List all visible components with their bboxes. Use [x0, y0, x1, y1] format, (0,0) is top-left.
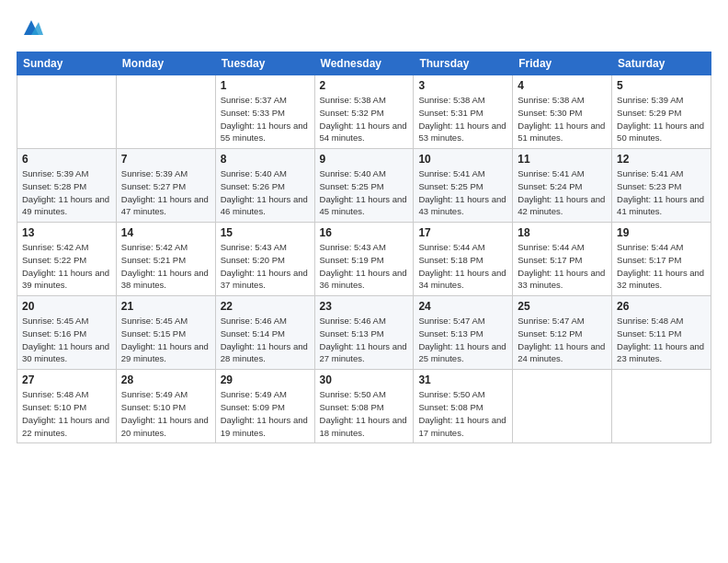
calendar-cell: 2Sunrise: 5:38 AM Sunset: 5:32 PM Daylig… — [314, 75, 414, 149]
calendar-week-row: 13Sunrise: 5:42 AM Sunset: 5:22 PM Dayli… — [17, 223, 711, 296]
calendar-cell: 22Sunrise: 5:46 AM Sunset: 5:14 PM Dayli… — [215, 296, 314, 370]
calendar-table: SundayMondayTuesdayWednesdayThursdayFrid… — [17, 52, 711, 443]
calendar-cell: 14Sunrise: 5:42 AM Sunset: 5:21 PM Dayli… — [116, 223, 215, 296]
calendar-cell: 1Sunrise: 5:37 AM Sunset: 5:33 PM Daylig… — [215, 75, 314, 149]
cell-info: Sunrise: 5:49 AM Sunset: 5:10 PM Dayligh… — [121, 388, 210, 439]
calendar-cell: 11Sunrise: 5:41 AM Sunset: 5:24 PM Dayli… — [513, 149, 612, 223]
calendar-cell: 26Sunrise: 5:48 AM Sunset: 5:11 PM Dayli… — [612, 296, 711, 370]
day-number: 10 — [418, 153, 507, 166]
calendar-week-row: 1Sunrise: 5:37 AM Sunset: 5:33 PM Daylig… — [17, 75, 711, 149]
day-number: 11 — [518, 153, 607, 166]
day-number: 13 — [22, 226, 111, 239]
calendar-cell: 16Sunrise: 5:43 AM Sunset: 5:19 PM Dayli… — [314, 223, 414, 296]
calendar-cell: 29Sunrise: 5:49 AM Sunset: 5:09 PM Dayli… — [215, 370, 314, 443]
calendar-week-row: 20Sunrise: 5:45 AM Sunset: 5:16 PM Dayli… — [17, 296, 711, 370]
calendar-cell: 6Sunrise: 5:39 AM Sunset: 5:28 PM Daylig… — [17, 149, 117, 223]
calendar-cell — [17, 75, 117, 149]
calendar-header-friday: Friday — [513, 52, 612, 75]
day-number: 16 — [320, 226, 409, 239]
cell-info: Sunrise: 5:41 AM Sunset: 5:25 PM Dayligh… — [418, 167, 507, 218]
day-number: 29 — [221, 373, 310, 386]
cell-info: Sunrise: 5:38 AM Sunset: 5:31 PM Dayligh… — [418, 94, 507, 144]
calendar-cell: 18Sunrise: 5:44 AM Sunset: 5:17 PM Dayli… — [513, 223, 612, 296]
day-number: 20 — [22, 300, 111, 313]
cell-info: Sunrise: 5:40 AM Sunset: 5:25 PM Dayligh… — [320, 167, 409, 218]
day-number: 30 — [320, 373, 409, 386]
calendar-cell: 24Sunrise: 5:47 AM Sunset: 5:13 PM Dayli… — [414, 296, 513, 370]
calendar-cell: 19Sunrise: 5:44 AM Sunset: 5:17 PM Dayli… — [612, 223, 711, 296]
calendar-cell: 31Sunrise: 5:50 AM Sunset: 5:08 PM Dayli… — [414, 370, 513, 443]
cell-info: Sunrise: 5:38 AM Sunset: 5:30 PM Dayligh… — [518, 94, 607, 144]
cell-info: Sunrise: 5:42 AM Sunset: 5:22 PM Dayligh… — [22, 241, 111, 292]
calendar-cell: 5Sunrise: 5:39 AM Sunset: 5:29 PM Daylig… — [612, 75, 711, 149]
calendar-header-saturday: Saturday — [612, 52, 711, 75]
cell-info: Sunrise: 5:47 AM Sunset: 5:12 PM Dayligh… — [518, 315, 607, 365]
cell-info: Sunrise: 5:44 AM Sunset: 5:18 PM Dayligh… — [418, 241, 507, 292]
cell-info: Sunrise: 5:41 AM Sunset: 5:23 PM Dayligh… — [617, 167, 706, 218]
calendar-week-row: 27Sunrise: 5:48 AM Sunset: 5:10 PM Dayli… — [17, 370, 711, 443]
day-number: 3 — [418, 79, 507, 92]
day-number: 31 — [418, 373, 507, 386]
calendar-header-row: SundayMondayTuesdayWednesdayThursdayFrid… — [17, 52, 711, 75]
day-number: 1 — [221, 79, 310, 92]
logo — [17, 17, 45, 42]
calendar-cell: 25Sunrise: 5:47 AM Sunset: 5:12 PM Dayli… — [513, 296, 612, 370]
day-number: 18 — [518, 226, 607, 239]
day-number: 7 — [121, 153, 210, 166]
calendar-cell — [513, 370, 612, 443]
day-number: 6 — [22, 153, 111, 166]
cell-info: Sunrise: 5:44 AM Sunset: 5:17 PM Dayligh… — [518, 241, 607, 292]
cell-info: Sunrise: 5:50 AM Sunset: 5:08 PM Dayligh… — [320, 388, 409, 439]
calendar-cell: 4Sunrise: 5:38 AM Sunset: 5:30 PM Daylig… — [513, 75, 612, 149]
calendar-cell: 20Sunrise: 5:45 AM Sunset: 5:16 PM Dayli… — [17, 296, 117, 370]
calendar-cell — [612, 370, 711, 443]
day-number: 24 — [418, 300, 507, 313]
day-number: 15 — [221, 226, 310, 239]
cell-info: Sunrise: 5:42 AM Sunset: 5:21 PM Dayligh… — [121, 241, 210, 292]
calendar-cell: 8Sunrise: 5:40 AM Sunset: 5:26 PM Daylig… — [215, 149, 314, 223]
day-number: 14 — [121, 226, 210, 239]
calendar-cell — [116, 75, 215, 149]
cell-info: Sunrise: 5:37 AM Sunset: 5:33 PM Dayligh… — [221, 94, 310, 144]
calendar-cell: 7Sunrise: 5:39 AM Sunset: 5:27 PM Daylig… — [116, 149, 215, 223]
cell-info: Sunrise: 5:43 AM Sunset: 5:20 PM Dayligh… — [221, 241, 310, 292]
day-number: 27 — [22, 373, 111, 386]
cell-info: Sunrise: 5:44 AM Sunset: 5:17 PM Dayligh… — [617, 241, 706, 292]
calendar-cell: 30Sunrise: 5:50 AM Sunset: 5:08 PM Dayli… — [314, 370, 414, 443]
day-number: 4 — [518, 79, 607, 92]
calendar-cell: 9Sunrise: 5:40 AM Sunset: 5:25 PM Daylig… — [314, 149, 414, 223]
cell-info: Sunrise: 5:45 AM Sunset: 5:15 PM Dayligh… — [121, 315, 210, 365]
cell-info: Sunrise: 5:49 AM Sunset: 5:09 PM Dayligh… — [221, 388, 310, 439]
page: SundayMondayTuesdayWednesdayThursdayFrid… — [0, 0, 728, 563]
logo-icon — [19, 17, 45, 42]
calendar-header-tuesday: Tuesday — [215, 52, 314, 75]
calendar-header-thursday: Thursday — [414, 52, 513, 75]
day-number: 12 — [617, 153, 706, 166]
day-number: 23 — [320, 300, 409, 313]
day-number: 19 — [617, 226, 706, 239]
calendar-cell: 13Sunrise: 5:42 AM Sunset: 5:22 PM Dayli… — [17, 223, 117, 296]
calendar-cell: 27Sunrise: 5:48 AM Sunset: 5:10 PM Dayli… — [17, 370, 117, 443]
calendar-cell: 3Sunrise: 5:38 AM Sunset: 5:31 PM Daylig… — [414, 75, 513, 149]
calendar-header-sunday: Sunday — [17, 52, 117, 75]
cell-info: Sunrise: 5:48 AM Sunset: 5:10 PM Dayligh… — [22, 388, 111, 439]
day-number: 26 — [617, 300, 706, 313]
calendar-cell: 12Sunrise: 5:41 AM Sunset: 5:23 PM Dayli… — [612, 149, 711, 223]
calendar-cell: 15Sunrise: 5:43 AM Sunset: 5:20 PM Dayli… — [215, 223, 314, 296]
day-number: 22 — [221, 300, 310, 313]
calendar-cell: 10Sunrise: 5:41 AM Sunset: 5:25 PM Dayli… — [414, 149, 513, 223]
day-number: 9 — [320, 153, 409, 166]
calendar-cell: 23Sunrise: 5:46 AM Sunset: 5:13 PM Dayli… — [314, 296, 414, 370]
calendar-cell: 17Sunrise: 5:44 AM Sunset: 5:18 PM Dayli… — [414, 223, 513, 296]
cell-info: Sunrise: 5:41 AM Sunset: 5:24 PM Dayligh… — [518, 167, 607, 218]
day-number: 5 — [617, 79, 706, 92]
cell-info: Sunrise: 5:40 AM Sunset: 5:26 PM Dayligh… — [221, 167, 310, 218]
calendar-cell: 28Sunrise: 5:49 AM Sunset: 5:10 PM Dayli… — [116, 370, 215, 443]
cell-info: Sunrise: 5:45 AM Sunset: 5:16 PM Dayligh… — [22, 315, 111, 365]
cell-info: Sunrise: 5:39 AM Sunset: 5:27 PM Dayligh… — [121, 167, 210, 218]
day-number: 21 — [121, 300, 210, 313]
cell-info: Sunrise: 5:39 AM Sunset: 5:29 PM Dayligh… — [617, 94, 706, 144]
day-number: 8 — [221, 153, 310, 166]
cell-info: Sunrise: 5:47 AM Sunset: 5:13 PM Dayligh… — [418, 315, 507, 365]
cell-info: Sunrise: 5:43 AM Sunset: 5:19 PM Dayligh… — [320, 241, 409, 292]
